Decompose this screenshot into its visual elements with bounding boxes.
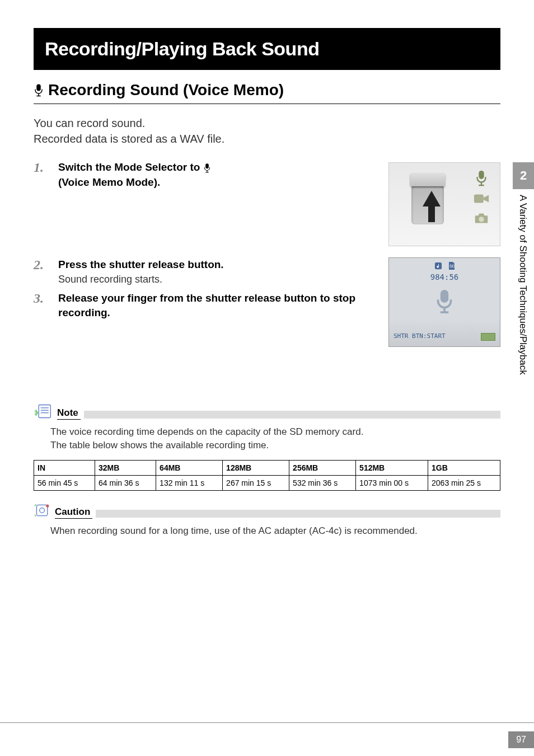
step-number: 1. xyxy=(34,160,50,190)
table-cell: 132 min 11 s xyxy=(156,475,223,490)
caution-text: When recording sound for a long time, us… xyxy=(50,524,500,538)
step-number: 3. xyxy=(34,291,50,321)
title-bar: Recording/Playing Back Sound xyxy=(34,28,500,70)
svg-rect-13 xyxy=(441,290,448,303)
recording-time-table: IN 32MB 64MB 128MB 256MB 512MB 1GB 56 mi… xyxy=(34,460,500,491)
table-header: 128MB xyxy=(223,460,289,475)
subtitle-row: Recording Sound (Voice Memo) xyxy=(34,77,500,104)
note-text: The voice recording time depends on the … xyxy=(50,425,500,452)
table-cell: 2063 min 25 s xyxy=(428,475,500,490)
note-bar xyxy=(84,411,500,419)
table-header-row: IN 32MB 64MB 128MB 256MB 512MB 1GB xyxy=(34,460,500,475)
mic-icon xyxy=(473,170,490,186)
table-cell: 267 min 15 s xyxy=(223,475,289,490)
note-label: Note xyxy=(57,407,81,420)
video-icon xyxy=(473,192,490,205)
svg-text:SD: SD xyxy=(449,264,455,268)
svg-point-22 xyxy=(46,504,49,507)
step-title: Press the shutter release button. xyxy=(58,257,377,273)
svg-point-10 xyxy=(479,217,484,222)
table-header: 1GB xyxy=(428,460,500,475)
table-cell: 64 min 36 s xyxy=(95,475,156,490)
note-header: Note xyxy=(34,403,500,420)
table-header: 256MB xyxy=(289,460,356,475)
chapter-number: 2 xyxy=(513,162,534,189)
table-header: 512MB xyxy=(356,460,428,475)
note-icon xyxy=(34,403,54,420)
caution-header: Caution xyxy=(34,502,500,519)
chapter-title: A Variety of Shooting Techniques/Playbac… xyxy=(513,189,528,480)
svg-rect-16 xyxy=(39,405,50,418)
table-cell: 56 min 45 s xyxy=(34,475,95,490)
table-header: 64MB xyxy=(156,460,223,475)
table-header: IN xyxy=(34,460,95,475)
table-cell: 1073 min 00 s xyxy=(356,475,428,490)
svg-rect-20 xyxy=(36,505,47,515)
step-title: Release your finger from the shutter rel… xyxy=(58,291,377,321)
intro-line-2: Recorded data is stored as a WAV file. xyxy=(34,131,500,147)
lcd-time: 984:56 xyxy=(389,273,500,281)
table-cell: 532 min 36 s xyxy=(289,475,356,490)
lcd-screenshot: SD 984:56 SHTR BTN:START xyxy=(388,257,500,347)
sd-card-icon: SD xyxy=(448,262,455,270)
battery-icon xyxy=(481,333,495,341)
svg-rect-3 xyxy=(205,163,209,168)
svg-rect-0 xyxy=(36,84,41,91)
mode-selector-illustration xyxy=(388,162,500,246)
caution-bar xyxy=(96,510,500,518)
table-row: 56 min 45 s 64 min 36 s 132 min 11 s 267… xyxy=(34,475,500,490)
page-title: Recording/Playing Back Sound xyxy=(45,38,489,60)
step-1: 1. Switch the Mode Selector to (Voice Me… xyxy=(34,160,377,190)
mic-icon xyxy=(203,163,211,173)
step-2: 2. Press the shutter release button. Sou… xyxy=(34,257,377,285)
mic-icon xyxy=(434,288,455,314)
caution-label: Caution xyxy=(55,506,92,519)
side-tab: 2 A Variety of Shooting Techniques/Playb… xyxy=(513,162,534,480)
footer: 97 xyxy=(0,722,534,756)
mic-icon xyxy=(34,83,44,97)
intro-line-1: You can record sound. xyxy=(34,115,500,131)
step-3: 3. Release your finger from the shutter … xyxy=(34,291,377,321)
step-subtext: Sound recording starts. xyxy=(58,274,377,285)
table-header: 32MB xyxy=(95,460,156,475)
step-title: Switch the Mode Selector to (Voice Memo … xyxy=(58,160,377,190)
intro-text: You can record sound. Recorded data is s… xyxy=(34,115,500,147)
music-note-icon xyxy=(434,262,442,270)
svg-rect-9 xyxy=(474,195,484,203)
caution-icon xyxy=(34,502,51,519)
svg-rect-6 xyxy=(479,171,484,179)
camera-icon xyxy=(473,211,490,226)
lcd-status-text: SHTR BTN:START xyxy=(394,332,446,340)
step-number: 2. xyxy=(34,257,50,285)
page-number: 97 xyxy=(508,731,534,748)
section-heading: Recording Sound (Voice Memo) xyxy=(48,81,284,99)
